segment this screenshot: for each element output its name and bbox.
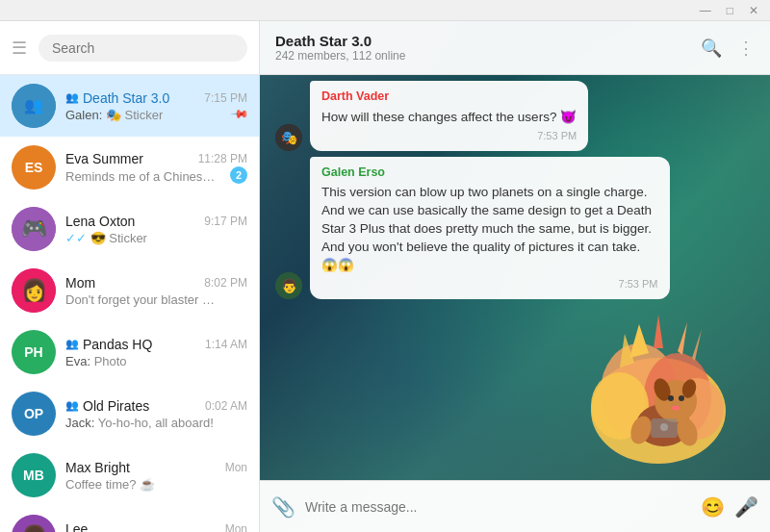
msg-text: How will these changes affect the users?…	[321, 109, 577, 127]
svg-marker-20	[654, 315, 663, 348]
chat-info-max-bright: Max BrightMonCoffee time? ☕	[65, 460, 247, 492]
svg-point-28	[668, 395, 674, 401]
chat-header-status: 242 members, 112 online	[275, 49, 405, 63]
chat-item-pandas-hq[interactable]: PH👥 Pandas HQ1:14 AMEva: Photo	[0, 321, 259, 383]
more-icon[interactable]: ⋮	[737, 38, 755, 59]
svg-marker-19	[629, 324, 649, 358]
maximize-btn[interactable]: □	[723, 4, 737, 17]
badge-eva-summer: 2	[230, 166, 247, 184]
attach-icon[interactable]: 📎	[271, 495, 295, 519]
chat-time-max-bright: Mon	[225, 461, 247, 474]
chat-name-mom: Mom	[65, 275, 95, 291]
chat-preview-lena-oxton: ✓✓ 😎 Sticker	[65, 231, 147, 245]
chat-item-mom[interactable]: 👩Mom8:02 PMDon't forget your blaster and…	[0, 260, 259, 321]
svg-marker-21	[678, 322, 687, 355]
svg-text:👦: 👦	[21, 523, 48, 532]
mic-icon[interactable]: 🎤	[734, 495, 758, 519]
app-container: ☰ 👥👥 Death Star 3.07:15 PMGalen: 🎭 Stick…	[0, 21, 770, 532]
chat-info-lee: LeeMonWe can call it Galaxy Star 7 ;)	[65, 521, 247, 533]
sidebar: ☰ 👥👥 Death Star 3.07:15 PMGalen: 🎭 Stick…	[0, 21, 260, 532]
msg-time: 7:53 PM	[321, 277, 658, 291]
svg-point-35	[660, 423, 668, 431]
chat-info-death-star: 👥 Death Star 3.07:15 PMGalen: 🎭 Sticker📌	[65, 90, 247, 122]
chat-item-death-star[interactable]: 👥👥 Death Star 3.07:15 PMGalen: 🎭 Sticker…	[0, 75, 259, 137]
sender-name: Galen Erso	[321, 165, 658, 182]
chat-info-lena-oxton: Lena Oxton9:17 PM✓✓ 😎 Sticker	[65, 214, 247, 245]
messages-area: Hi everyone. I've redesigned some key st…	[260, 75, 770, 480]
chat-header-actions: 🔍 ⋮	[701, 38, 755, 59]
chat-preview-pandas-hq: Eva: Photo	[65, 354, 127, 368]
svg-text:👩: 👩	[21, 277, 48, 303]
chat-name-death-star: 👥 Death Star 3.0	[65, 90, 169, 106]
message-m3: 🎭 Darth Vader How will these changes aff…	[275, 81, 755, 151]
sidebar-header: ☰	[0, 21, 259, 75]
chat-time-lena-oxton: 9:17 PM	[204, 215, 247, 228]
chat-name-lee: Lee	[65, 521, 88, 533]
chat-area: Death Star 3.0 242 members, 112 online 🔍…	[260, 21, 770, 532]
bubble-m4: Galen Erso This version can blow up two …	[310, 157, 670, 299]
chat-item-eva-summer[interactable]: ESEva Summer11:28 PMReminds me of a Chin…	[0, 137, 259, 198]
message-m4: 👨 Galen Erso This version can blow up tw…	[275, 157, 755, 299]
svg-point-29	[679, 395, 684, 401]
sticker-message-m5	[275, 305, 755, 469]
chat-info-eva-summer: Eva Summer11:28 PMReminds me of a Chines…	[65, 151, 247, 184]
chat-item-old-pirates[interactable]: OP👥 Old Pirates0:02 AMJack: Yo-ho-ho, al…	[0, 383, 259, 444]
chat-name-eva-summer: Eva Summer	[65, 151, 143, 166]
chat-info-mom: Mom8:02 PMDon't forget your blaster and …	[65, 275, 247, 307]
message-input-bar: 📎 😊 🎤	[260, 480, 770, 532]
chat-preview-mom: Don't forget your blaster and helmet	[65, 292, 219, 307]
chat-header: Death Star 3.0 242 members, 112 online 🔍…	[260, 21, 770, 75]
chat-item-max-bright[interactable]: MBMax BrightMonCoffee time? ☕	[0, 444, 259, 506]
msg-text: This version can blow up two planets on …	[321, 184, 658, 274]
chat-list: 👥👥 Death Star 3.07:15 PMGalen: 🎭 Sticker…	[0, 75, 259, 532]
svg-marker-23	[692, 329, 702, 361]
sender-avatar-m4: 👨	[275, 272, 302, 299]
chat-name-pandas-hq: 👥 Pandas HQ	[65, 337, 152, 352]
chat-name-lena-oxton: Lena Oxton	[65, 214, 135, 229]
message-input[interactable]	[305, 499, 691, 515]
sticker-image	[562, 305, 755, 469]
msg-time: 7:53 PM	[321, 129, 577, 143]
avatar-death-star: 👥	[12, 84, 56, 128]
avatar-lee: 👦	[12, 515, 56, 532]
chat-time-death-star: 7:15 PM	[204, 91, 247, 105]
avatar-eva-summer: ES	[12, 145, 56, 190]
close-btn[interactable]: ✕	[745, 4, 762, 17]
svg-text:🎮: 🎮	[21, 215, 48, 241]
chat-preview-eva-summer: Reminds me of a Chinese prove...	[65, 169, 219, 184]
svg-text:👨: 👨	[281, 278, 298, 294]
chat-info-pandas-hq: 👥 Pandas HQ1:14 AMEva: Photo	[65, 337, 247, 368]
chat-preview-death-star: Galen: 🎭 Sticker	[65, 108, 163, 122]
search-input[interactable]	[52, 40, 234, 56]
chat-header-info: Death Star 3.0 242 members, 112 online	[275, 33, 405, 63]
sender-name: Darth Vader	[321, 89, 577, 106]
search-input-wrap[interactable]	[38, 35, 247, 62]
chat-preview-max-bright: Coffee time? ☕	[65, 477, 155, 492]
window-controls[interactable]: — □ ✕	[696, 4, 762, 17]
sender-avatar-m3: 🎭	[275, 124, 302, 151]
emoji-icon[interactable]: 😊	[701, 495, 725, 519]
chat-name-old-pirates: 👥 Old Pirates	[65, 398, 149, 414]
chat-preview-old-pirates: Jack: Yo-ho-ho, all aboard!	[65, 416, 214, 430]
avatar-mom: 👩	[12, 268, 56, 313]
chat-header-name: Death Star 3.0	[275, 33, 405, 49]
search-icon[interactable]: 🔍	[701, 38, 722, 59]
chat-time-lee: Mon	[225, 522, 247, 533]
avatar-pandas-hq: PH	[12, 330, 56, 374]
avatar-lena-oxton: 🎮	[12, 207, 56, 251]
chat-name-max-bright: Max Bright	[65, 460, 130, 475]
chat-item-lee[interactable]: 👦LeeMonWe can call it Galaxy Star 7 ;)	[0, 506, 259, 532]
chat-time-eva-summer: 11:28 PM	[198, 152, 247, 165]
avatar-old-pirates: OP	[12, 392, 56, 436]
svg-text:👥: 👥	[24, 96, 43, 114]
svg-point-31	[672, 406, 680, 411]
minimize-btn[interactable]: —	[696, 4, 715, 17]
hamburger-icon[interactable]: ☰	[12, 38, 27, 59]
avatar-max-bright: MB	[12, 453, 56, 497]
svg-text:🎭: 🎭	[281, 130, 298, 146]
chat-info-old-pirates: 👥 Old Pirates0:02 AMJack: Yo-ho-ho, all …	[65, 398, 247, 430]
chat-item-lena-oxton[interactable]: 🎮Lena Oxton9:17 PM✓✓ 😎 Sticker	[0, 198, 259, 260]
chat-time-mom: 8:02 PM	[204, 276, 247, 290]
pin-icon-death-star: 📌	[230, 104, 247, 122]
chat-time-pandas-hq: 1:14 AM	[205, 338, 247, 351]
